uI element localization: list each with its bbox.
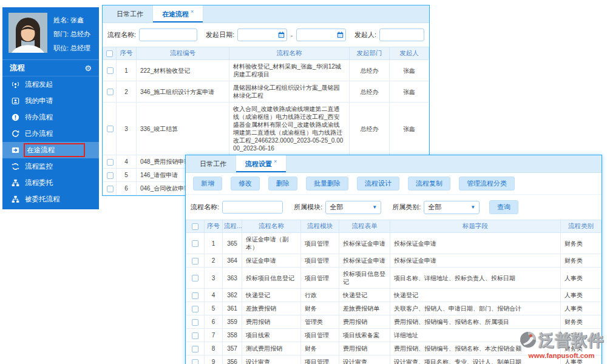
- table-row[interactable]: 4 362 快递登记 行政 快递登记 快递登记 人事类: [186, 289, 602, 302]
- cell-module: 项目管理: [301, 329, 339, 342]
- table-row[interactable]: 1 365 保证金申请（副本） 项目管理 投标保证金申请 投标保证金申请 财务类: [186, 233, 602, 254]
- category-select-value: 全部: [428, 203, 441, 212]
- manage-category-button[interactable]: 管理流程分类: [459, 177, 515, 190]
- cell-no: 3: [205, 268, 223, 289]
- cell-code: 365: [223, 233, 242, 254]
- row-checkbox[interactable]: [107, 126, 114, 132]
- date-to-input[interactable]: [296, 29, 346, 41]
- edit-button[interactable]: 修改: [231, 177, 260, 190]
- select-all-checkbox[interactable]: [106, 50, 113, 57]
- row-checkbox[interactable]: [192, 240, 198, 247]
- close-icon[interactable]: ×: [191, 8, 194, 15]
- flow-copy-button[interactable]: 流程复制: [408, 177, 450, 190]
- sidebar-item-todo-processes[interactable]: 待办流程: [2, 109, 99, 126]
- module-select[interactable]: 全部▼: [325, 201, 381, 214]
- row-checkbox[interactable]: [192, 319, 198, 326]
- table-row[interactable]: 3 336_竣工结算 收入合同_改建铁路成渝线增建第二直通线（成渝枢纽）电力线路…: [103, 103, 429, 155]
- sidebar-item-delegated-processes[interactable]: 被委托流程: [2, 191, 99, 207]
- fanpu-logo-url[interactable]: www.fanpusoft.com: [519, 352, 604, 359]
- cell-module: 项目管理: [301, 268, 339, 289]
- cell-module: 财务: [301, 342, 339, 356]
- row-checkbox[interactable]: [192, 292, 198, 299]
- module-select-value: 全部: [330, 203, 343, 212]
- cell-code: 362: [223, 289, 242, 302]
- table-row[interactable]: 5 361 差旅费报销 财务 差旅费报销单 关联客户、报销人、申请日期、部门、报…: [186, 302, 602, 315]
- sidebar-item-label: 流程委托: [25, 178, 53, 187]
- sidebar-item-process-initiate[interactable]: 流程发起: [2, 76, 99, 93]
- process-name-input[interactable]: [222, 201, 283, 214]
- profile-dept: 部门: 总经办: [53, 27, 90, 41]
- cell-name: 项目线索: [242, 329, 301, 342]
- fanpu-logo-icon: [519, 331, 537, 351]
- cell-category: 财务类: [561, 233, 602, 254]
- col-name: 流程名称: [229, 47, 350, 60]
- redo-icon: [12, 130, 19, 138]
- tab-label: 流程设置: [245, 160, 272, 167]
- cell-module: 行政: [301, 289, 339, 302]
- search-button[interactable]: 查询: [489, 200, 518, 214]
- batch-delete-button[interactable]: 批量删除: [306, 177, 348, 190]
- cell-category: 财务类: [561, 315, 602, 329]
- col-dept: 发起部门: [350, 47, 390, 60]
- cell-code: 346_施工组织设计方案申请: [137, 81, 229, 103]
- sitemap-icon: [12, 179, 19, 187]
- flow-design-button[interactable]: 流程设计: [357, 177, 399, 190]
- process-name-label: 流程名称:: [191, 203, 219, 212]
- row-checkbox[interactable]: [192, 306, 198, 312]
- row-checkbox[interactable]: [107, 67, 114, 74]
- row-checkbox[interactable]: [107, 172, 114, 179]
- col-module: 流程模块: [301, 220, 339, 233]
- sidebar-item-my-applications[interactable]: 我的申请: [2, 93, 99, 109]
- cell-dept: 总经办: [350, 103, 390, 155]
- category-select[interactable]: 全部▼: [424, 201, 480, 214]
- cell-module: 财务: [301, 302, 339, 315]
- tab-process-settings[interactable]: 流程设置×: [236, 155, 287, 172]
- col-code: 流程...: [223, 220, 242, 233]
- cell-name: 晟铭园林绿化工程组织设计方案_晟铭园林绿化工程: [229, 81, 350, 103]
- row-checkbox[interactable]: [192, 258, 198, 265]
- row-checkbox[interactable]: [107, 159, 114, 166]
- sitemap-icon: [12, 195, 19, 203]
- cell-code: 356: [223, 356, 242, 364]
- tab-label: 日常工作: [117, 10, 143, 18]
- close-icon[interactable]: ×: [274, 158, 277, 164]
- row-checkbox[interactable]: [107, 186, 114, 192]
- table-header-row: 序号 流程... 流程名称 流程模块 流程表单 标题字段 流程类别: [186, 220, 602, 233]
- cell-no: 5: [205, 302, 223, 315]
- row-checkbox[interactable]: [192, 346, 198, 352]
- process-name-input[interactable]: [139, 29, 197, 41]
- row-checkbox[interactable]: [192, 332, 198, 339]
- cell-name: 收入合同_改建铁路成渝线增建第二直通线（成渝枢纽）电力线路迁改工程_西安盛器金属…: [229, 103, 350, 155]
- sidebar-item-in-transit-processes[interactable]: 在途流程: [2, 142, 99, 158]
- row-checkbox[interactable]: [192, 359, 198, 364]
- gear-icon[interactable]: ⚙: [84, 64, 92, 73]
- row-checkbox[interactable]: [107, 89, 114, 95]
- table-row[interactable]: 3 363 投标项目信息登记 项目管理 投标项目信息登记 项目名称、详细地址、投…: [186, 268, 602, 289]
- tab-bar: 日常工作 流程设置×: [186, 155, 602, 173]
- cell-form: 差旅费报销单: [339, 302, 390, 315]
- cell-no: 2: [117, 81, 137, 103]
- table-row[interactable]: 6 359 费用报销 管理类 费用报销 费用报销、报销编号、报销名称、所属项目 …: [186, 315, 602, 329]
- tab-daily-work[interactable]: 日常工作: [107, 5, 152, 22]
- sidebar-item-label: 流程发起: [25, 80, 53, 89]
- tab-in-transit[interactable]: 在途流程×: [152, 5, 203, 22]
- cell-code: 361: [223, 302, 242, 315]
- row-checkbox[interactable]: [192, 275, 198, 281]
- select-all-checkbox[interactable]: [192, 223, 198, 230]
- tab-daily-work[interactable]: 日常工作: [191, 155, 236, 172]
- initiator-input[interactable]: [379, 29, 424, 41]
- sidebar-item-process-delegate[interactable]: 流程委托: [2, 175, 99, 191]
- sidebar-item-process-monitor[interactable]: 流程监控: [2, 158, 99, 175]
- sidebar-item-done-processes[interactable]: 已办流程: [2, 126, 99, 142]
- cell-module: 项目管理: [301, 233, 339, 254]
- cell-no: 4: [117, 155, 137, 169]
- tab-label: 在途流程: [162, 10, 189, 18]
- table-row[interactable]: 1 222_材料验收登记 材料验收登记_材料采购_张鑫_华润12城房建工程项目 …: [103, 60, 429, 81]
- cell-name: 保证金申请（副本）: [242, 233, 301, 254]
- sidebar-item-label: 在途流程: [25, 144, 84, 156]
- add-button[interactable]: 新增: [193, 177, 222, 190]
- table-row[interactable]: 2 346_施工组织设计方案申请 晟铭园林绿化工程组织设计方案_晟铭园林绿化工程…: [103, 81, 429, 103]
- delete-button[interactable]: 删除: [268, 177, 297, 190]
- table-row[interactable]: 2 364 保证金申请 项目管理 投标保证金申请 投标保证金申请 财务类: [186, 254, 602, 268]
- date-from-input[interactable]: [237, 29, 287, 41]
